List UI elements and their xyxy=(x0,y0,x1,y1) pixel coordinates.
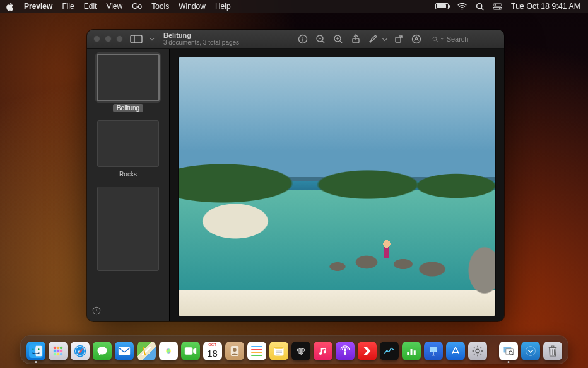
svg-point-18 xyxy=(38,348,39,350)
dock-facetime[interactable] xyxy=(181,342,200,360)
battery-icon[interactable] xyxy=(435,3,449,9)
dock-maps[interactable] xyxy=(137,342,156,360)
svg-point-0 xyxy=(462,8,463,9)
menu-go[interactable]: Go xyxy=(132,2,142,11)
svg-point-22 xyxy=(53,350,56,353)
svg-point-27 xyxy=(59,353,62,356)
dock-numbers[interactable] xyxy=(402,342,421,360)
share-button[interactable] xyxy=(350,33,362,45)
chevron-down-icon[interactable] xyxy=(382,35,387,40)
dock-preview[interactable] xyxy=(499,342,518,360)
dock: OCT18 tv xyxy=(20,335,568,364)
menu-tools[interactable]: Tools xyxy=(151,2,169,11)
dock-tv[interactable]: tv xyxy=(291,342,310,360)
thumbnail-label: Belitung xyxy=(113,104,143,112)
window-titlebar[interactable]: Belitung 3 documents, 3 total pages xyxy=(87,30,504,49)
calendar-day: 18 xyxy=(207,348,218,359)
dock-contacts[interactable] xyxy=(225,342,244,360)
dock-settings[interactable] xyxy=(468,342,487,360)
sidebar-view-button[interactable] xyxy=(129,33,143,45)
dock-safari[interactable] xyxy=(71,342,90,360)
dock-keynote[interactable] xyxy=(424,342,443,360)
menu-window[interactable]: Window xyxy=(179,2,206,11)
thumbnail-sidebar[interactable]: Belitung Rocks xyxy=(87,49,170,321)
svg-rect-40 xyxy=(274,347,283,349)
svg-rect-45 xyxy=(413,350,415,355)
menu-edit[interactable]: Edit xyxy=(84,2,97,11)
menu-file[interactable]: File xyxy=(62,2,74,11)
svg-point-38 xyxy=(233,348,236,352)
chevron-down-icon xyxy=(440,37,444,41)
svg-point-42 xyxy=(343,348,346,352)
dock-mail[interactable] xyxy=(115,342,134,360)
svg-point-21 xyxy=(59,347,62,350)
dock-reminders[interactable] xyxy=(247,342,266,360)
menu-view[interactable]: View xyxy=(106,2,122,11)
image-canvas[interactable] xyxy=(170,49,504,321)
dock-music[interactable] xyxy=(314,342,332,360)
control-center-icon[interactable] xyxy=(493,3,502,10)
dock-separator xyxy=(493,339,493,360)
svg-rect-6 xyxy=(131,35,142,43)
thumbnail-image xyxy=(98,55,158,100)
window-subtitle: 3 documents, 3 total pages xyxy=(163,40,239,46)
menu-help[interactable]: Help xyxy=(215,2,231,11)
dock-appstore[interactable] xyxy=(446,342,465,360)
info-button[interactable] xyxy=(297,33,309,45)
window-controls xyxy=(87,35,123,42)
svg-point-5 xyxy=(499,8,500,9)
thumbnail-image xyxy=(98,187,158,270)
svg-point-23 xyxy=(56,350,59,353)
thumbnail-item[interactable] xyxy=(98,187,158,270)
dock-trash[interactable] xyxy=(543,342,562,360)
thumbnail-item[interactable]: Belitung xyxy=(98,55,158,112)
calendar-month: OCT xyxy=(203,343,222,347)
dock-news[interactable] xyxy=(358,342,377,360)
search-input[interactable] xyxy=(447,35,494,43)
preview-window: Belitung 3 documents, 3 total pages B xyxy=(87,30,504,321)
menubar-clock[interactable]: Tue Oct 18 9:41 AM xyxy=(511,2,580,11)
highlight-button[interactable] xyxy=(368,33,379,45)
wifi-icon[interactable] xyxy=(457,3,467,10)
minimize-button[interactable] xyxy=(105,35,112,42)
dock-launchpad[interactable] xyxy=(49,342,68,360)
dock-photos[interactable] xyxy=(159,342,178,360)
thumbnail-image xyxy=(98,121,158,166)
toolbar-search[interactable] xyxy=(428,33,498,45)
chevron-down-icon[interactable] xyxy=(150,37,155,42)
displayed-image xyxy=(179,57,495,316)
zoom-in-button[interactable] xyxy=(332,33,344,45)
dock-finder[interactable] xyxy=(26,342,45,360)
dock-calendar[interactable]: OCT18 xyxy=(203,342,222,360)
fullscreen-button[interactable] xyxy=(116,35,123,42)
dock-podcasts[interactable] xyxy=(336,342,355,360)
thumbnail-label: Rocks xyxy=(115,170,141,178)
svg-point-8 xyxy=(302,37,303,38)
svg-point-51 xyxy=(526,347,535,356)
spotlight-icon[interactable] xyxy=(476,3,484,11)
apple-menu-icon[interactable] xyxy=(6,3,15,11)
thumbnail-item[interactable]: Rocks xyxy=(98,121,158,178)
svg-point-47 xyxy=(476,349,479,353)
app-menu[interactable]: Preview xyxy=(24,2,52,11)
window-title: Belitung xyxy=(163,32,239,39)
dock-messages[interactable] xyxy=(93,342,112,360)
svg-point-1 xyxy=(477,3,482,8)
svg-point-25 xyxy=(53,353,56,356)
dock-downloads[interactable] xyxy=(521,342,540,360)
zoom-out-button[interactable] xyxy=(315,33,326,45)
menu-bar: Preview File Edit View Go Tools Window H… xyxy=(0,0,588,13)
dock-notes[interactable] xyxy=(269,342,288,360)
dock-stocks[interactable] xyxy=(380,342,399,360)
rotate-button[interactable] xyxy=(393,33,404,45)
close-button[interactable] xyxy=(93,35,100,42)
svg-rect-12 xyxy=(396,37,401,42)
svg-point-17 xyxy=(32,348,33,350)
svg-point-20 xyxy=(56,347,59,350)
svg-point-24 xyxy=(59,350,62,353)
markup-button[interactable] xyxy=(411,33,422,45)
svg-rect-44 xyxy=(410,349,412,355)
svg-rect-43 xyxy=(407,352,409,355)
sidebar-action-button[interactable] xyxy=(92,306,101,318)
svg-point-26 xyxy=(56,353,59,356)
